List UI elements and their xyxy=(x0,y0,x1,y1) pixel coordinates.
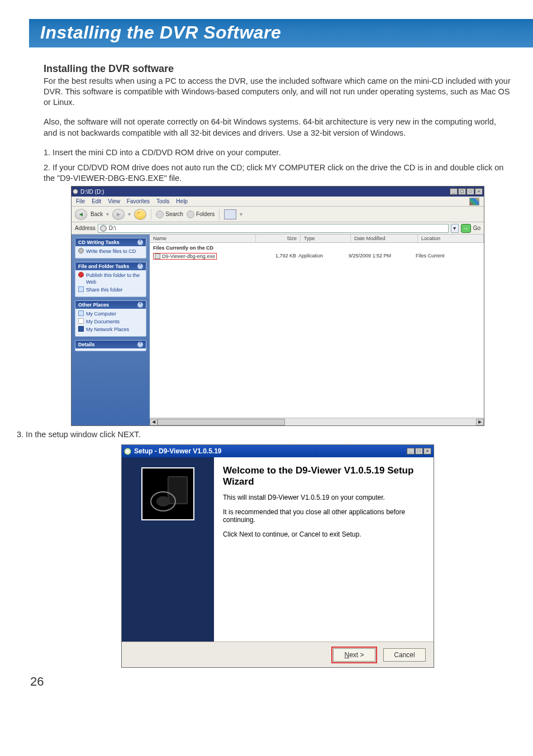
col-modified[interactable]: Date Modified xyxy=(351,235,418,242)
views-button[interactable] xyxy=(224,209,236,219)
wizard-title-text: Setup - D9-Viewer V1.0.5.19 xyxy=(134,447,222,455)
col-name[interactable]: Name xyxy=(150,235,256,242)
col-location[interactable]: Location xyxy=(418,235,484,242)
expand-icon[interactable]: ˅ xyxy=(137,342,143,347)
scroll-thumb[interactable] xyxy=(158,419,285,425)
go-button[interactable]: → xyxy=(461,224,471,233)
computer-icon xyxy=(78,310,84,316)
globe-icon xyxy=(78,272,84,277)
menu-view[interactable]: View xyxy=(108,198,120,204)
file-size: 1,792 KB xyxy=(254,253,298,260)
search-button[interactable]: Search xyxy=(156,210,183,218)
documents-icon xyxy=(78,318,84,324)
menu-tools[interactable]: Tools xyxy=(156,198,169,204)
explorer-title-text: D:\ID (D:) xyxy=(80,189,104,195)
details-panel: Details˅ xyxy=(75,340,146,351)
banner-title: Installing the DVR Software xyxy=(40,22,522,43)
explorer-sidebar: CD Writing Tasks˄ Write these files to C… xyxy=(72,235,150,425)
step-3: 3. In the setup window click NEXT. xyxy=(17,429,512,440)
section-heading: Installing the DVR software xyxy=(44,63,512,75)
cancel-button[interactable]: Cancel xyxy=(383,648,426,662)
menu-file[interactable]: File xyxy=(76,198,85,204)
minimize-button[interactable]: _ xyxy=(450,188,458,195)
file-row[interactable]: D9-Viewer-dbg-eng.exe 1,792 KB Applicati… xyxy=(153,253,480,260)
menu-favorites[interactable]: Favorites xyxy=(127,198,150,204)
setup-wizard-window: Setup - D9-Viewer V1.0.5.19 _ □ × Welcom… xyxy=(121,444,434,668)
folders-icon xyxy=(187,210,194,218)
wizard-line-2: It is recommended that you close all oth… xyxy=(223,508,425,524)
forward-button[interactable] xyxy=(112,209,125,220)
wizard-titlebar: Setup - D9-Viewer V1.0.5.19 _ □ × xyxy=(122,445,434,457)
file-name: D9-Viewer-dbg-eng.exe xyxy=(162,253,215,259)
my-documents-link[interactable]: My Documents xyxy=(78,318,143,325)
col-type[interactable]: Type xyxy=(301,235,351,242)
share-folder-link[interactable]: Share this folder xyxy=(78,286,143,293)
restore-button[interactable]: ▢ xyxy=(458,188,466,195)
wizard-line-3: Click Next to continue, or Cancel to exi… xyxy=(223,530,425,538)
cd-writing-tasks-panel: CD Writing Tasks˄ Write these files to C… xyxy=(75,238,146,259)
column-headers: Name Size Type Date Modified Location xyxy=(150,235,484,243)
file-group-label: Files Currently on the CD xyxy=(153,245,480,251)
scroll-left-icon[interactable]: ◀ xyxy=(150,419,158,425)
wizard-content: Welcome to the D9-Viewer V1.0.5.19 Setup… xyxy=(214,457,434,642)
maximize-button[interactable]: □ xyxy=(467,188,474,195)
collapse-icon[interactable]: ˄ xyxy=(137,264,143,269)
step-1: 1. Insert the mini CD into a CD/DVD ROM … xyxy=(44,147,512,158)
back-label: Back xyxy=(91,211,103,217)
minimize-button[interactable]: _ xyxy=(407,448,415,454)
menu-help[interactable]: Help xyxy=(176,198,188,204)
next-button[interactable]: Next > xyxy=(333,648,375,662)
my-computer-link[interactable]: My Computer xyxy=(78,310,143,317)
intro-paragraph-2: Also, the software will not operate corr… xyxy=(44,117,512,138)
collapse-icon[interactable]: ˄ xyxy=(137,240,143,245)
cd-drive-icon xyxy=(73,189,78,194)
my-network-link[interactable]: My Network Places xyxy=(78,326,143,333)
details-title: Details xyxy=(78,342,95,347)
cd-writing-title: CD Writing Tasks xyxy=(78,240,120,245)
address-field[interactable]: D:\ xyxy=(98,224,449,233)
exe-icon xyxy=(155,253,160,259)
back-button[interactable] xyxy=(75,209,87,220)
up-button[interactable] xyxy=(134,209,146,220)
network-icon xyxy=(78,326,84,332)
close-button[interactable]: × xyxy=(423,448,431,454)
wizard-line-1: This will install D9-Viewer V1.0.5.19 on… xyxy=(223,494,425,501)
cd-icon xyxy=(78,248,84,253)
explorer-toolbar: Back ▾ ▾ Search Folders ▾ xyxy=(72,207,484,222)
explorer-window: D:\ID (D:) _ ▢ □ × File Edit View Favori… xyxy=(71,186,484,426)
folder-icon xyxy=(78,286,84,292)
maximize-button[interactable]: □ xyxy=(415,448,423,454)
file-modified: 9/25/2009 1:52 PM xyxy=(349,253,416,260)
address-dropdown[interactable]: ▾ xyxy=(451,224,459,233)
col-size[interactable]: Size xyxy=(256,235,301,242)
page-banner: Installing the DVR Software xyxy=(29,19,533,47)
close-button[interactable]: × xyxy=(475,188,483,195)
collapse-icon[interactable]: ˄ xyxy=(137,302,143,308)
address-value: D:\ xyxy=(109,225,116,231)
file-folder-tasks-panel: File and Folder Tasks˄ Publish this fold… xyxy=(75,262,146,297)
explorer-titlebar: D:\ID (D:) _ ▢ □ × xyxy=(72,186,484,197)
file-folder-title: File and Folder Tasks xyxy=(78,264,129,269)
disc-computer-icon xyxy=(141,467,194,520)
step-2: 2. If your CD/DVD ROM drive does not aut… xyxy=(44,162,512,184)
scroll-right-icon[interactable]: ▶ xyxy=(476,419,484,425)
explorer-addressbar: Address D:\ ▾ → Go xyxy=(72,222,484,235)
windows-flag-icon xyxy=(469,198,479,205)
setup-icon xyxy=(124,448,131,455)
other-places-title: Other Places xyxy=(78,302,109,308)
search-icon xyxy=(156,210,164,218)
go-label: Go xyxy=(473,225,480,231)
file-location: Files Current xyxy=(416,253,480,260)
file-type: Application xyxy=(298,253,349,260)
folders-button[interactable]: Folders xyxy=(187,210,215,218)
page-number: 26 xyxy=(30,674,533,689)
menu-edit[interactable]: Edit xyxy=(92,198,101,204)
publish-folder-link[interactable]: Publish this folder to the Web xyxy=(78,272,143,285)
other-places-panel: Other Places˄ My Computer My Documents M… xyxy=(75,300,146,337)
write-files-link[interactable]: Write these files to CD xyxy=(78,248,143,255)
wizard-heading: Welcome to the D9-Viewer V1.0.5.19 Setup… xyxy=(223,465,425,487)
wizard-sidebar-art xyxy=(122,457,214,642)
horizontal-scrollbar[interactable]: ◀ ▶ xyxy=(150,418,484,425)
cd-drive-icon xyxy=(100,225,107,232)
explorer-file-pane: Name Size Type Date Modified Location Fi… xyxy=(150,235,484,425)
